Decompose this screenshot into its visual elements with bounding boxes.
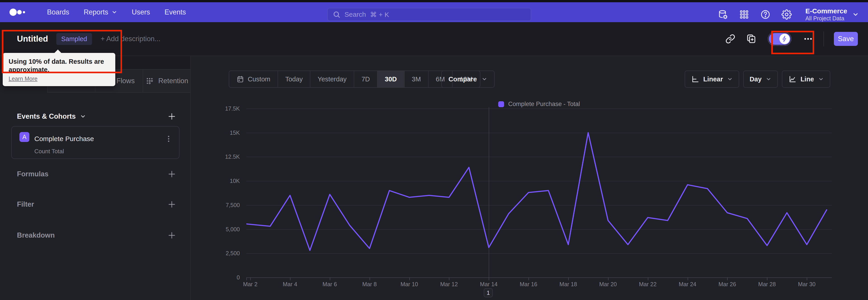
- compare-button[interactable]: Compare: [441, 70, 495, 88]
- chevron-down-icon: [766, 76, 772, 82]
- pagination-page-1[interactable]: 1: [484, 288, 493, 297]
- x-axis-tick: [409, 277, 410, 280]
- range-7d[interactable]: 7D: [354, 71, 377, 87]
- help-icon[interactable]: [760, 9, 771, 20]
- nav-users[interactable]: Users: [125, 2, 157, 22]
- report-title[interactable]: Untitled: [17, 34, 48, 43]
- x-axis-tick: [528, 277, 529, 280]
- plot-area[interactable]: Mar 2Mar 4Mar 6Mar 8Mar 10Mar 12Mar 14Ma…: [246, 109, 832, 278]
- x-axis-tick: [330, 277, 330, 280]
- y-axis-label: 12.5K: [195, 153, 240, 160]
- filter-section-label: Filter: [17, 200, 34, 208]
- y-axis-labels: 17.5K 15K 12.5K 10K 7,500 5,000 2,500 0: [191, 109, 243, 277]
- event-row-complete-purchase[interactable]: A Complete Purchase Count Total: [11, 126, 180, 159]
- scale-dropdown[interactable]: Linear: [685, 70, 739, 88]
- add-breakdown-button[interactable]: [167, 230, 177, 240]
- breakdown-section-label: Breakdown: [17, 231, 55, 239]
- x-axis-label: Mar 22: [639, 281, 657, 288]
- x-axis-tick: [370, 277, 370, 280]
- plus-icon: [167, 112, 176, 121]
- x-axis-label: Mar 14: [480, 281, 498, 288]
- nav-boards[interactable]: Boards: [40, 2, 76, 22]
- learn-more-link[interactable]: Learn More: [8, 76, 37, 82]
- legend-item[interactable]: Complete Purchase - Total: [498, 100, 580, 108]
- x-axis-tick: [688, 277, 688, 280]
- x-axis-label: Mar 30: [798, 281, 815, 288]
- event-options-icon[interactable]: [164, 135, 173, 143]
- tooltip-text: Using 10% of data. Results are approxima…: [8, 57, 110, 74]
- search-placeholder: Search: [344, 11, 366, 18]
- project-name: E-Commerce: [805, 7, 847, 15]
- top-nav: Boards Reports Users Events Search ⌘ + K: [0, 2, 868, 22]
- nav-events[interactable]: Events: [157, 2, 193, 22]
- range-custom[interactable]: Custom: [229, 71, 278, 87]
- tab-retention[interactable]: Retention: [143, 69, 190, 92]
- linear-scale-icon: [691, 75, 699, 83]
- window-top-strip: [0, 0, 868, 2]
- copy-link-icon[interactable]: [725, 33, 736, 44]
- app-root: Boards Reports Users Events Search ⌘ + K: [0, 0, 868, 300]
- x-axis-label: Mar 16: [520, 281, 537, 288]
- x-axis-tick: [608, 277, 609, 280]
- y-axis-label: 7,500: [195, 202, 240, 208]
- x-axis-tick: [648, 277, 648, 280]
- x-axis-label: Mar 8: [362, 281, 377, 288]
- y-axis-label: 15K: [195, 129, 240, 136]
- chevron-down-icon: [482, 76, 487, 82]
- x-axis-tick: [807, 277, 807, 280]
- copy-to-board-icon[interactable]: [746, 33, 756, 44]
- line-chart-svg: [246, 109, 832, 277]
- event-metric[interactable]: Count Total: [34, 148, 159, 158]
- add-event-button[interactable]: [167, 112, 177, 121]
- retention-icon: [145, 77, 154, 86]
- y-axis-label: 10K: [195, 178, 240, 184]
- project-switcher[interactable]: E-Commerce All Project Data: [805, 7, 859, 22]
- plus-icon: [167, 231, 176, 240]
- x-axis-label: Mar 6: [322, 281, 337, 288]
- sampling-speed-toggle[interactable]: [769, 33, 790, 45]
- settings-gear-icon[interactable]: [781, 9, 792, 20]
- x-axis-tick: [767, 277, 767, 280]
- chart-type-dropdown[interactable]: Line: [782, 70, 830, 88]
- x-axis-tick: [290, 277, 290, 280]
- calendar-icon: [237, 75, 244, 83]
- report-header-bar: Untitled Sampled + Add description...: [0, 22, 868, 56]
- nav-reports[interactable]: Reports: [76, 2, 125, 22]
- toggle-knob: [779, 34, 790, 44]
- add-description-field[interactable]: + Add description...: [101, 35, 160, 43]
- query-builder-panel: Insights Funnels Flows: [0, 56, 191, 300]
- add-formula-button[interactable]: [167, 169, 177, 179]
- chevron-down-icon: [818, 76, 824, 82]
- event-letter-badge: A: [20, 132, 29, 142]
- x-axis-tick: [449, 277, 450, 280]
- range-30d[interactable]: 30D: [377, 71, 404, 87]
- y-axis-label: 2,500: [195, 250, 240, 257]
- plus-icon: [167, 200, 176, 209]
- range-3m[interactable]: 3M: [405, 71, 429, 87]
- search-shortcut: ⌘ + K: [370, 11, 389, 19]
- granularity-dropdown[interactable]: Day: [743, 70, 778, 88]
- x-axis-label: Mar 10: [401, 281, 418, 288]
- x-axis-label: Mar 24: [679, 281, 696, 288]
- lightning-icon: [781, 35, 788, 42]
- range-today[interactable]: Today: [278, 71, 310, 87]
- save-button[interactable]: Save: [834, 32, 858, 46]
- range-yesterday[interactable]: Yesterday: [310, 71, 354, 87]
- chevron-down-icon: [80, 113, 86, 120]
- apps-grid-icon[interactable]: [739, 9, 749, 20]
- data-management-icon[interactable]: [718, 9, 728, 20]
- sampled-badge[interactable]: Sampled: [56, 33, 92, 45]
- chevron-down-icon: [852, 11, 859, 18]
- add-filter-button[interactable]: [167, 200, 177, 209]
- x-axis-label: Mar 12: [440, 281, 458, 288]
- line-chart-icon: [788, 75, 796, 83]
- search-icon: [333, 11, 340, 18]
- search-input[interactable]: Search ⌘ + K: [327, 8, 531, 21]
- mixpanel-logo-icon[interactable]: [9, 8, 26, 17]
- y-axis-label: 0: [195, 274, 240, 281]
- x-axis-label: Mar 4: [283, 281, 297, 288]
- sampling-tooltip: Using 10% of data. Results are approxima…: [3, 53, 115, 86]
- x-axis-label: Mar 20: [599, 281, 617, 288]
- events-cohorts-header[interactable]: Events & Cohorts: [17, 112, 86, 120]
- ellipsis-menu-icon[interactable]: [803, 33, 813, 44]
